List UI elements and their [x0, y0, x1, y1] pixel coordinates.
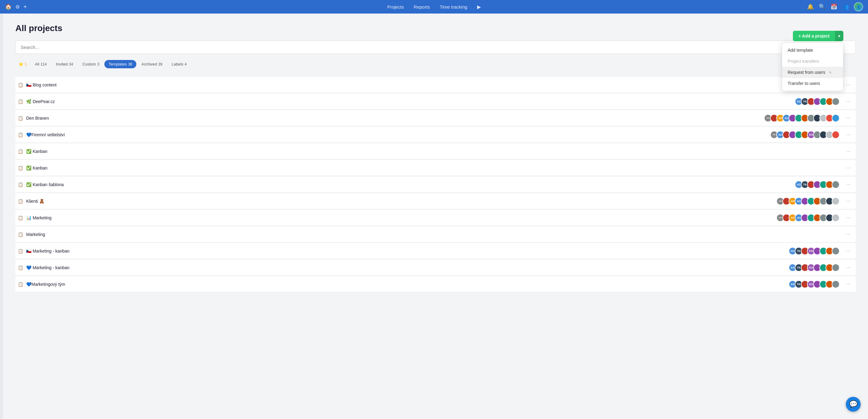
gear-icon[interactable]: ⚙	[16, 4, 20, 10]
tab-invited[interactable]: Invited 34	[52, 60, 78, 68]
table-row[interactable]: 📋 Marketing ⋯	[16, 226, 856, 243]
dropdown-add-template[interactable]: Add template	[782, 44, 843, 56]
dropdown-request-from-users[interactable]: Request from users ↖	[782, 67, 843, 78]
tab-templates[interactable]: Templates 38	[104, 60, 137, 68]
table-row[interactable]: 📋 💙Marketingový tým AC TK KS ⋯	[16, 276, 856, 292]
avatar	[832, 98, 840, 105]
tab-custom-label: Custom	[82, 62, 96, 66]
project-menu-button[interactable]: ⋯	[843, 130, 853, 139]
tab-labels-label: Labels	[172, 62, 183, 66]
calendar-icon[interactable]: 📅	[831, 3, 837, 10]
tab-labels[interactable]: Labels 4	[167, 60, 191, 68]
table-row[interactable]: 📋 ✅ Kanban ⋯	[16, 160, 856, 176]
avatar	[832, 131, 840, 139]
project-menu-button[interactable]: ⋯	[843, 280, 853, 288]
nav-right: 🔔 🔍 📅 👥 👤	[807, 2, 863, 11]
tab-archived-count: 39	[158, 62, 162, 66]
tab-invited-count: 34	[69, 62, 73, 66]
project-avatars: AC TK	[795, 181, 840, 189]
project-avatars: AC TK KS	[788, 264, 840, 271]
nav-time-tracking[interactable]: Time tracking	[440, 4, 467, 9]
add-icon[interactable]: +	[23, 3, 27, 10]
tab-templates-count: 38	[128, 62, 132, 66]
nav-reports[interactable]: Reports	[414, 4, 430, 9]
tab-custom[interactable]: Custom 3	[78, 60, 103, 68]
add-project-dropdown-trigger[interactable]: ▾	[835, 31, 843, 41]
search-icon[interactable]: 🔍	[819, 3, 826, 10]
project-menu-button[interactable]: ⋯	[843, 247, 853, 255]
main-content: All projects ⭐ 1 All 114 Invited 34 Cust…	[3, 13, 868, 419]
project-menu-button[interactable]: ⋯	[843, 197, 853, 205]
table-row[interactable]: 📋 📊 Marketing ••• AP AC ⋯	[16, 210, 856, 226]
project-doc-icon: 📋	[18, 215, 23, 220]
chat-button[interactable]: 💬	[846, 397, 861, 412]
project-avatars: AC TK	[795, 98, 840, 105]
project-menu-button[interactable]: ⋯	[843, 97, 853, 105]
project-name: 📊 Marketing	[26, 215, 776, 220]
tab-templates-label: Templates	[108, 62, 127, 66]
tab-all-label: All	[35, 62, 39, 66]
table-row[interactable]: 📋 Klienti 🧸 ••• AP AC ⋯	[16, 193, 856, 209]
user-avatar[interactable]: 👤	[854, 2, 863, 11]
avatar	[832, 114, 840, 122]
project-doc-icon: 📋	[18, 165, 23, 170]
nav-projects[interactable]: Projects	[387, 4, 404, 9]
star-icon: ⭐	[19, 62, 23, 66]
project-avatars: AC TK KS	[788, 247, 840, 255]
tab-archived[interactable]: Archived 39	[137, 60, 166, 68]
table-row[interactable]: 📋 💙 Marketing - kanban AC TK KS ⋯	[16, 260, 856, 276]
project-name: 💙Marketingový tým	[26, 282, 788, 287]
project-menu-button[interactable]: ⋯	[843, 80, 853, 89]
add-project-button[interactable]: + Add a project	[793, 31, 835, 41]
project-avatars: ••• AP AC	[764, 114, 840, 122]
table-row[interactable]: 📋 💙Firemní velitelství ••• AC KS	[16, 127, 856, 143]
tab-all[interactable]: All 114	[30, 60, 51, 68]
project-menu-button[interactable]: ⋯	[843, 147, 853, 155]
table-row[interactable]: 📋 ✅ Kanban šablona AC TK ⋯	[16, 176, 856, 193]
play-icon[interactable]: ▶	[477, 4, 481, 10]
dropdown-transfer-to-users[interactable]: Transfer to users	[782, 78, 843, 89]
project-doc-icon: 📋	[18, 199, 23, 204]
project-menu-button[interactable]: ⋯	[843, 214, 853, 222]
project-doc-icon: 📋	[18, 116, 23, 121]
project-avatars: AC TK KS	[788, 280, 840, 288]
table-row[interactable]: 📋 Den Braven ••• AP AC	[16, 110, 856, 126]
project-name: 🌿 DeePear.cz	[26, 99, 795, 104]
project-doc-icon: 📋	[18, 83, 23, 87]
table-row[interactable]: 📋 🇨🇿 Blog content ⋯	[16, 77, 856, 93]
search-input[interactable]	[16, 41, 856, 54]
nav-left: 🏠 ⚙ +	[5, 3, 27, 10]
users-icon[interactable]: 👥	[842, 3, 849, 10]
tab-archived-label: Archived	[141, 62, 157, 66]
add-project-container: + Add a project ▾ Add template Project t…	[793, 31, 843, 41]
cursor-icon: ↖	[829, 70, 832, 75]
tab-all-count: 114	[41, 62, 47, 66]
table-row[interactable]: 📋 🇨🇿 Marketing - kanban AC TK KS ⋯	[16, 243, 856, 259]
project-name: 🇨🇿 Blog content	[26, 83, 840, 87]
table-row[interactable]: 📋 🌿 DeePear.cz AC TK ⋯	[16, 94, 856, 109]
chat-icon: 💬	[849, 400, 858, 408]
project-name: ✅ Kanban	[26, 149, 840, 154]
project-menu-button[interactable]: ⋯	[843, 164, 853, 172]
page-title: All projects	[16, 23, 856, 33]
home-icon[interactable]: 🏠	[5, 3, 12, 10]
nav-center: Projects Reports Time tracking ▶	[387, 4, 481, 10]
project-menu-button[interactable]: ⋯	[843, 263, 853, 271]
project-menu-button[interactable]: ⋯	[843, 114, 853, 122]
main-layout: Help All projects ⭐ 1 All 114 Invited 34	[0, 13, 868, 419]
tab-invited-label: Invited	[56, 62, 68, 66]
avatar	[832, 197, 840, 205]
project-menu-button[interactable]: ⋯	[843, 180, 853, 189]
project-doc-icon: 📋	[18, 249, 23, 254]
project-menu-button[interactable]: ⋯	[843, 230, 853, 238]
add-project-label: + Add a project	[799, 34, 830, 38]
tab-starred[interactable]: ⭐ 1	[16, 60, 30, 68]
table-row[interactable]: 📋 ✅ Kanban ⋯	[16, 143, 856, 159]
project-name: ✅ Kanban šablona	[26, 182, 795, 187]
avatar	[832, 247, 840, 255]
star-count: 1	[25, 62, 27, 66]
project-name: Klienti 🧸	[26, 199, 776, 204]
bell-icon[interactable]: 🔔	[807, 3, 814, 10]
project-doc-icon: 📋	[18, 99, 23, 104]
avatar	[832, 181, 840, 189]
